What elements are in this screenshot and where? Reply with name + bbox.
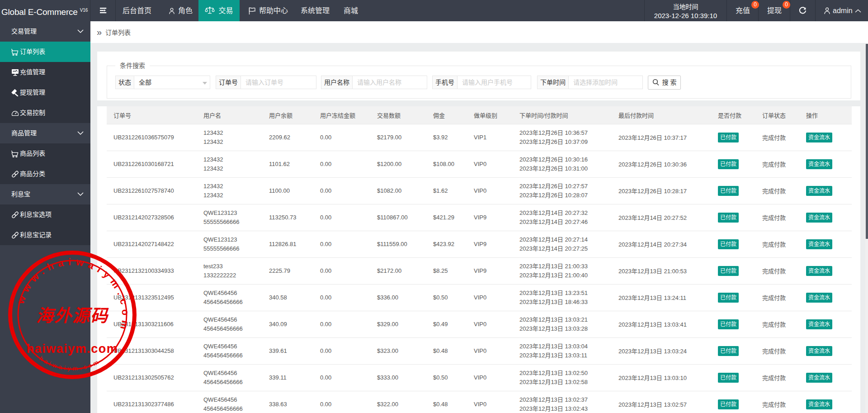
svg-text:海外源码: 海外源码 [36, 306, 109, 325]
svg-text:haiwaiym.com: haiwaiym.com [38, 355, 102, 372]
svg-text:haiwaiym.com: haiwaiym.com [27, 342, 118, 356]
